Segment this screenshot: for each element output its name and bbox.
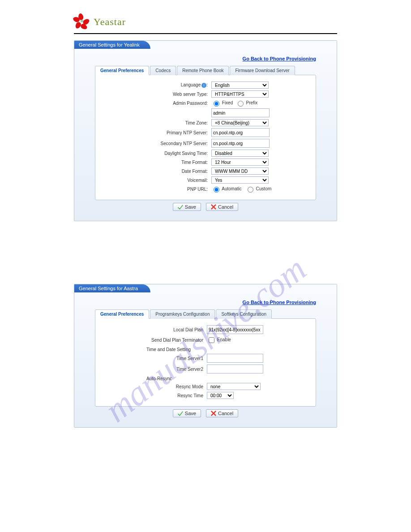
resynctime-label: Resync Time	[103, 393, 207, 398]
logo-icon	[74, 13, 91, 30]
timefmt-select[interactable]: 12 Hour	[211, 159, 269, 166]
panel-title: General Settings for Yealink	[74, 41, 150, 49]
ntp2-label: Secondary NTP Server:	[103, 141, 211, 146]
check-icon	[178, 411, 183, 416]
section-time-date: Time and Date Setting	[103, 347, 308, 352]
pnp-label: PNP URL:	[103, 187, 211, 192]
save-button[interactable]: Save	[173, 203, 201, 211]
terminator-label: Send Dial Plan Terminator	[103, 338, 207, 343]
panel-aastra: General Settings for Aastra Go Back to P…	[74, 284, 337, 428]
section-auto-resync: Auto-Resync	[103, 376, 308, 381]
ts2-label: Time Server2	[103, 367, 207, 372]
adminpw-prefix-text: Prefix	[246, 100, 258, 105]
dialplan-input[interactable]	[207, 325, 263, 334]
brand-text: Yeastar	[94, 16, 126, 28]
pnp-custom-radio[interactable]	[248, 187, 253, 193]
tab-general-preferences[interactable]: General Preferences	[95, 309, 149, 319]
timezone-select[interactable]: +8 China(Beijing)	[211, 119, 269, 126]
pnp-auto-text: Automatic	[222, 186, 241, 191]
ntp1-input[interactable]	[211, 128, 270, 137]
panel-title: General Settings for Aastra	[74, 284, 150, 292]
resyncmode-label: Resync Mode	[103, 384, 207, 389]
terminator-text: Enable	[217, 337, 231, 342]
cancel-button[interactable]: Cancel	[206, 409, 238, 417]
save-button[interactable]: Save	[173, 409, 201, 417]
resyncmode-select[interactable]: none	[207, 383, 261, 390]
adminpw-label: Admin Password:	[103, 101, 211, 106]
datefmt-label: Date Format:	[103, 169, 211, 174]
ts1-label: Time Server1	[103, 356, 207, 361]
tab-general-preferences[interactable]: General Preferences	[95, 66, 149, 75]
ntp2-input[interactable]	[211, 139, 270, 148]
form-aastra: Local Dial Plan Send Dial Plan Terminato…	[95, 318, 316, 407]
close-icon	[211, 411, 216, 416]
datefmt-select[interactable]: WWW MMM DD	[211, 167, 269, 175]
tabs: General Preferences Codecs Remote Phone …	[95, 66, 316, 75]
timezone-label: Time Zone:	[103, 120, 211, 125]
tab-programkeys[interactable]: Programkeys Configuration	[150, 309, 215, 319]
back-link[interactable]: Go Back to Phone Provisioning	[243, 300, 316, 305]
ts1-input[interactable]	[207, 354, 263, 363]
adminpw-fixed-radio[interactable]	[214, 101, 219, 107]
dst-select[interactable]: Disabled	[211, 150, 269, 157]
tab-firmware-download-server[interactable]: Firmware Download Server	[230, 66, 295, 75]
pnp-custom-text: Custom	[256, 186, 271, 191]
voicemail-label: Voicemail:	[103, 178, 211, 183]
check-icon	[178, 204, 183, 210]
ts2-input[interactable]	[207, 365, 263, 373]
header-bar: Yeastar	[74, 13, 337, 34]
tabs: General Preferences Programkeys Configur…	[95, 309, 316, 319]
cancel-button[interactable]: Cancel	[206, 203, 238, 211]
pnp-auto-radio[interactable]	[214, 187, 219, 193]
adminpw-prefix-radio[interactable]	[238, 101, 244, 107]
ntp1-label: Primary NTP Server:	[103, 130, 211, 135]
tab-remote-phone-book[interactable]: Remote Phone Book	[177, 66, 229, 75]
dst-label: Daylight Saving Time:	[103, 151, 211, 156]
language-select[interactable]: English	[211, 82, 269, 89]
info-icon[interactable]: i	[201, 83, 206, 88]
tab-codecs[interactable]: Codecs	[150, 66, 176, 75]
tab-softkeys[interactable]: Softkeys Configuration	[216, 309, 272, 319]
adminpw-input[interactable]	[211, 108, 270, 117]
timefmt-label: Time Format:	[103, 160, 211, 165]
terminator-checkbox[interactable]	[209, 337, 214, 343]
webserver-label: Web server Type:	[103, 92, 211, 97]
back-link[interactable]: Go Back to Phone Provisioning	[243, 56, 316, 61]
panel-yealink: General Settings for Yealink Go Back to …	[74, 40, 337, 221]
adminpw-fixed-text: Fixed	[222, 100, 233, 105]
voicemail-select[interactable]: Yes	[211, 176, 269, 184]
form-yealink: Languagei: English Web server Type: HTTP…	[95, 75, 316, 200]
close-icon	[211, 204, 216, 210]
dialplan-label: Local Dial Plan	[103, 327, 207, 332]
resynctime-select[interactable]: 00:00	[207, 392, 234, 399]
brand-logo: Yeastar	[74, 13, 337, 30]
webserver-select[interactable]: HTTP&HTTPS	[211, 90, 269, 98]
language-label: Languagei:	[103, 82, 211, 88]
